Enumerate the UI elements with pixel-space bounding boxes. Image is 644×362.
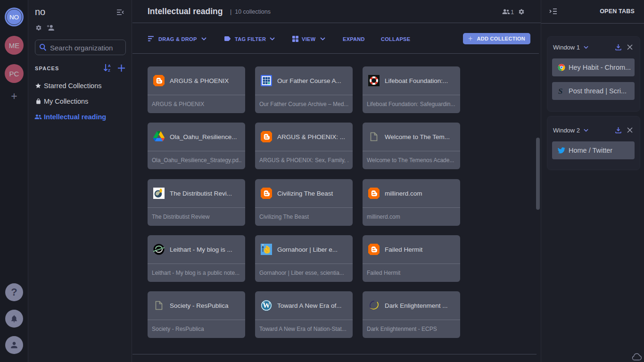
svg-text:S: S <box>558 87 562 95</box>
svg-text:Z: Z <box>108 68 110 73</box>
svg-text:A: A <box>108 64 111 68</box>
svg-text:W: W <box>263 301 270 309</box>
